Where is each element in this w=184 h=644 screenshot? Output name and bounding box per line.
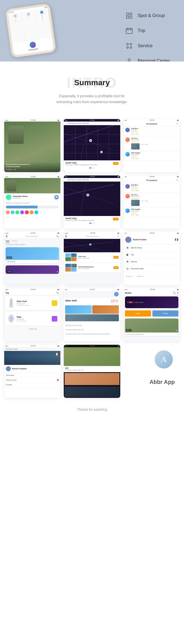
review2-item-1: Gael Bins Kentucky ★★★★★ ♥ Like Reply (124, 183, 180, 193)
screen-map-2: ●●● 9:41 AM ▮▮ ← 100 Profesor Greens Sui… (64, 175, 120, 229)
review-content-1: Gael Bins Kentucky ★★★★★ ♥ Like Reply (131, 128, 178, 135)
menu-setup-link[interactable]: ⚙ Set up (126, 275, 133, 277)
map-footer: South Coby Rochester ID 38522 Throughout… (64, 160, 120, 172)
trip-detail-add-icon[interactable]: + (114, 292, 119, 296)
menu-row-trip[interactable]: ▦ Trip (124, 251, 180, 258)
spot-menu-icon[interactable]: ☰ (6, 235, 8, 238)
map2-view[interactable] (64, 182, 120, 216)
group-add-icon[interactable]: + (117, 235, 119, 238)
service-add-icon[interactable]: + (177, 292, 178, 294)
reviews-back-icon[interactable]: ← (125, 123, 127, 125)
personal-item-information[interactable]: Information (4, 373, 60, 378)
menu-row-service[interactable]: ❖ Service (124, 258, 180, 265)
spot-tab-spot[interactable]: Spot (6, 240, 10, 243)
spot-card-like-1[interactable]: ♥ (57, 257, 58, 259)
trip-list-search-icon[interactable]: 🔍 (56, 292, 59, 294)
spot-card-img-1: $379 ♥ (6, 247, 59, 260)
service-tab-label: Service (15, 19, 16, 22)
spot-tab-label: Spot & Group (41, 15, 43, 21)
local-content: $10 87 Laurence Station Apt. 713 (64, 366, 120, 372)
review2-avatar-1 (125, 184, 130, 189)
trip-item-italy[interactable]: Italy 14 Jun 2017 1221 Joe Prairie (6, 312, 59, 326)
nav-item-personal[interactable]: Personal Center (125, 56, 170, 61)
reviewer-stars-1: ★★★★★ (131, 131, 178, 133)
group-menu-icon[interactable]: ☰ (65, 235, 67, 238)
group-map-roads (64, 239, 120, 252)
group-item-detail-1: Join to see details (78, 257, 112, 259)
personal-header-bar: Personal Center (4, 347, 60, 351)
menu-user-info: Rachel Franklin (133, 239, 147, 241)
group-img-cell-6 (71, 264, 77, 268)
follower-avatar-7 (34, 210, 38, 214)
reviews-edit-icon[interactable]: ✎ (176, 123, 178, 125)
map-pin (89, 139, 92, 142)
map2-add-icon[interactable]: + (118, 179, 119, 180)
service-search-icon[interactable]: 🔍 (173, 292, 176, 294)
svg-line-17 (64, 184, 114, 196)
trip-item-newyork[interactable]: New York 14 May 2017 87 Richmond Square (6, 296, 59, 310)
group-item-2: South Demetriasme Join to see details Jo… (64, 263, 120, 273)
follower-avatar-4 (20, 210, 24, 214)
menu-flag: 🇮🇹 (175, 238, 178, 241)
spot-address: 900 Hoover Place (9, 236, 55, 237)
svg-line-16 (81, 125, 89, 159)
reviewer-stars-2: ★★★★★ (131, 141, 178, 143)
group-join-btn-1[interactable]: Join (114, 256, 118, 259)
reviews2-edit-icon[interactable]: ✎ (176, 179, 178, 182)
personal-item-invisible[interactable]: Invisible (4, 382, 60, 387)
call-icon[interactable]: ☎ (54, 195, 59, 199)
trip-city-italy: Italy (17, 316, 50, 318)
spot-card-1: $379 ♥ View details (6, 247, 59, 263)
group-img-cell-4 (71, 257, 77, 261)
spot-card-like-2[interactable]: ♥ (57, 271, 58, 273)
map2-join-button[interactable]: Join (113, 218, 118, 220)
menu-row-spot[interactable]: ⊞ Spot & Group (124, 244, 180, 251)
follower-avatar-2 (11, 210, 15, 214)
map2-carousel-dots (65, 222, 118, 225)
local-main-img (64, 347, 120, 366)
service-guide-button[interactable]: Guide (125, 310, 151, 317)
reviews2-back-icon[interactable]: ← (125, 179, 127, 181)
personal-user-info: Rachel Franklin (4, 365, 60, 373)
service-like-icon[interactable]: ♥ (176, 329, 177, 331)
add-trip-button[interactable]: + Add Trip (4, 327, 60, 331)
service-forum-button[interactable]: Forum (152, 310, 178, 317)
group-join-btn-2[interactable]: Join (114, 266, 118, 269)
map2-back-icon[interactable]: ← (65, 179, 67, 180)
review2-actions-2: ♥ Like Reply (140, 200, 148, 206)
menu-signout-link[interactable]: ↪ Sign out (136, 275, 144, 277)
portrait-bg: Peasant lifestyle and popular artof the … (4, 122, 60, 172)
abbr-app-section: A Abbr App (124, 345, 180, 398)
map-carousel-dots (65, 167, 118, 169)
screen-group: ●●●● 9:41 AM ▮▮ ☰ 900 Hoover Place + (64, 232, 120, 285)
review-image-1 (131, 143, 140, 149)
menu-spot-label: Spot & Group (131, 247, 142, 249)
map-add-icon[interactable]: + (118, 122, 119, 124)
menu-row-personal[interactable]: ⊙ Personal Center (124, 265, 180, 272)
spot-search-icon[interactable]: 🔍 (56, 235, 59, 238)
trip-detail-address-1: 5242 Myra Park Suite 201 (64, 324, 120, 328)
profile-progress-bar (6, 206, 59, 208)
nav-item-spot[interactable]: Spot & Group (125, 11, 170, 20)
profile-address: 4288 Morey Throughoutout, Suite 350 (4, 201, 60, 205)
personal-history-label: History record (6, 379, 16, 381)
nav-item-trip[interactable]: Trip (125, 26, 170, 35)
nav-item-service[interactable]: Service (125, 41, 170, 50)
trip-detail-address-2: 87 Laurence Station Apt. 709 (64, 328, 120, 332)
spot-tab-groups[interactable]: Groups (12, 240, 17, 243)
personal-item-history[interactable]: History record (4, 378, 60, 382)
review2-content-2: Jay Terry South Camtre ★★★★★ ♥ Like Repl… (131, 194, 178, 206)
map2-pin (86, 194, 89, 196)
map-join-button[interactable]: Join (113, 162, 118, 165)
group-item-1: Lake Lale Join to see details Join (64, 252, 120, 263)
personal-info-label: Information (6, 374, 14, 376)
map-back-icon[interactable]: ← (65, 122, 67, 124)
reviews2-back-bar: ← 70 Comment ✎ (124, 178, 180, 183)
reviewer-stars-3: ★★★★ (131, 155, 178, 157)
hero-section: 9:41 AM ●●● Service Trip Spot & Group (0, 0, 184, 61)
menu-personal-label: Personal Center (131, 268, 144, 270)
portrait-stats: 👁 19283 ♥ 70 (6, 169, 59, 170)
trip-detail-back-icon[interactable]: ← (65, 293, 68, 295)
group-img-cell-8 (71, 268, 77, 272)
review-item-2: Jay Terry South Camtre ★★★★★ ♥ Like Repl… (124, 136, 180, 151)
